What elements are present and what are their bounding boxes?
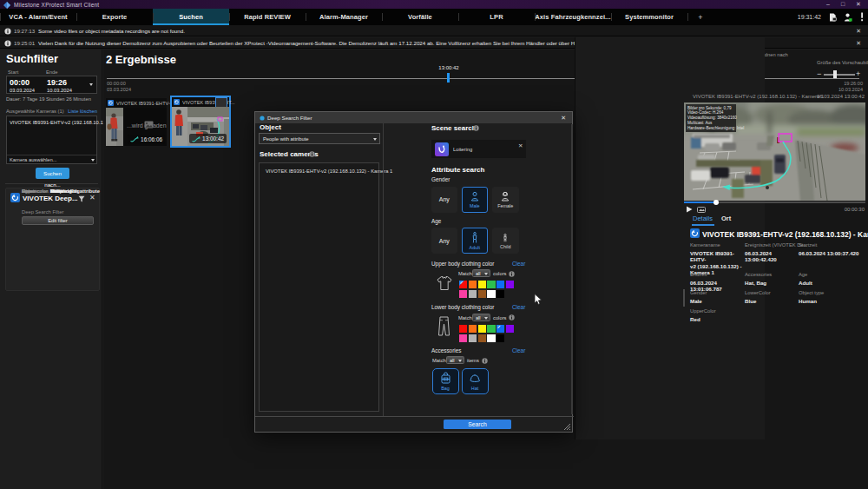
object-dropdown[interactable]: People with attribute bbox=[259, 133, 380, 144]
tab[interactable]: Systemmonitor bbox=[611, 9, 687, 25]
time-range-selector[interactable]: 00:00 19:26 03.03.2024 10.03.2024 bbox=[6, 76, 97, 94]
camera-select-dropdown[interactable]: Kamera auswählen... bbox=[7, 155, 96, 163]
color-swatch[interactable] bbox=[478, 290, 486, 298]
search-button[interactable]: Search bbox=[444, 420, 511, 429]
upper-clear-link[interactable]: Clear bbox=[512, 261, 525, 267]
timeline-marker[interactable] bbox=[447, 73, 450, 83]
object-value: People with attribute bbox=[263, 136, 309, 142]
tab[interactable]: LPR bbox=[458, 9, 535, 25]
color-swatch[interactable] bbox=[496, 325, 504, 333]
color-swatch[interactable] bbox=[496, 334, 504, 342]
playback-mode-icon[interactable] bbox=[697, 207, 706, 213]
color-swatch[interactable] bbox=[506, 325, 514, 333]
tab[interactable]: Alarm-Manager bbox=[306, 9, 382, 25]
details-scrollbar[interactable] bbox=[683, 289, 685, 307]
color-swatch[interactable] bbox=[478, 325, 486, 333]
modal-camera-list[interactable]: VIVOTEK IB9391-EHTV-v2 (192.168.10.132) … bbox=[259, 162, 379, 412]
dialog-close-icon[interactable]: ✕ bbox=[561, 115, 566, 122]
new-tab-button[interactable]: + bbox=[687, 9, 713, 25]
accessories-clear-link[interactable]: Clear bbox=[512, 347, 525, 354]
color-swatch[interactable] bbox=[487, 334, 495, 342]
color-swatch[interactable] bbox=[459, 334, 467, 342]
selected-cameras-list[interactable]: VIVOTEK IB9391-EHTV-v2 (192.168.10.132) … bbox=[6, 116, 97, 164]
child-icon bbox=[501, 233, 510, 242]
resize-grip-icon[interactable] bbox=[563, 423, 571, 431]
modal-camera-item[interactable]: VIVOTEK IB9391-EHTV-v2 (192.168.10.132) … bbox=[266, 169, 392, 174]
preview-timestamp: 06.03.2024 13:00:42 bbox=[778, 94, 865, 99]
user-status-icon[interactable] bbox=[844, 13, 852, 22]
age-adult-button[interactable]: Adult bbox=[462, 228, 489, 254]
color-swatch[interactable] bbox=[506, 281, 514, 288]
export-lock-icon[interactable] bbox=[829, 13, 837, 22]
modal-scrollbar[interactable] bbox=[571, 124, 573, 414]
tab[interactable]: Rapid REVIEW bbox=[229, 9, 306, 25]
color-swatch[interactable] bbox=[459, 290, 467, 298]
filter-menu-kebab-icon[interactable]: ⋮ bbox=[45, 56, 51, 58]
attribute-search-label: Attribute search bbox=[431, 166, 484, 174]
search-for-button[interactable]: Suchen nach... bbox=[36, 168, 69, 179]
tab[interactable]: Suchen bbox=[153, 9, 229, 25]
progress-fill bbox=[684, 202, 716, 203]
lower-color-label: Lower body clothing color bbox=[431, 304, 494, 310]
notification-close-icon[interactable]: ✕ bbox=[856, 40, 861, 47]
notification-close-icon[interactable]: ✕ bbox=[856, 28, 861, 35]
close-button[interactable]: ✕ bbox=[852, 0, 865, 9]
tab[interactable]: Exporte bbox=[76, 9, 153, 25]
tab[interactable]: Vorfälle bbox=[382, 9, 458, 25]
gender-male-button[interactable]: Male bbox=[462, 187, 489, 213]
lower-clear-link[interactable]: Clear bbox=[512, 304, 525, 310]
progress-handle[interactable] bbox=[713, 200, 719, 205]
gender-female-button[interactable]: Female bbox=[492, 187, 519, 213]
tab[interactable]: Axis Fahrzeugkennzei... bbox=[535, 9, 611, 25]
color-swatch[interactable] bbox=[469, 325, 477, 333]
scene-chip-remove-icon[interactable]: ✕ bbox=[518, 142, 523, 149]
playback-progress-bar[interactable] bbox=[684, 202, 865, 203]
color-swatch[interactable] bbox=[478, 281, 486, 288]
color-swatch[interactable] bbox=[478, 334, 486, 342]
accessories-match-dropdown[interactable]: all bbox=[446, 356, 464, 364]
filter-card-row: Rule Loitering bbox=[22, 188, 100, 197]
menu-kebab-icon[interactable] bbox=[860, 12, 864, 22]
detail-field: Accessories Hat, Bag bbox=[745, 272, 797, 286]
age-child-button[interactable]: Child bbox=[492, 228, 519, 254]
lower-match-dropdown[interactable]: all bbox=[472, 314, 490, 321]
size-plus-button[interactable]: + bbox=[856, 69, 860, 78]
tab-location[interactable]: Ort bbox=[721, 215, 731, 222]
tab-details[interactable]: Details bbox=[693, 215, 713, 222]
color-swatch[interactable] bbox=[487, 325, 495, 333]
color-swatch[interactable] bbox=[487, 281, 495, 288]
detail-field: Object type Human bbox=[799, 290, 866, 304]
thumbnail-image bbox=[106, 108, 123, 146]
color-swatch[interactable] bbox=[459, 325, 467, 333]
tab[interactable]: VCA - Alarm/Event bbox=[0, 9, 76, 25]
minimize-button[interactable]: – bbox=[821, 0, 835, 9]
dialog-titlebar[interactable]: Deep Search Filter ✕ bbox=[255, 112, 572, 123]
gender-any-button[interactable]: Any bbox=[431, 187, 458, 213]
upper-match-dropdown[interactable]: all bbox=[472, 269, 490, 277]
size-slider-track[interactable] bbox=[824, 74, 855, 76]
color-swatch[interactable] bbox=[496, 281, 504, 288]
clear-list-link[interactable]: Liste löschen bbox=[68, 109, 97, 114]
color-swatch[interactable] bbox=[459, 281, 467, 288]
color-swatch[interactable] bbox=[496, 290, 504, 298]
color-swatch[interactable] bbox=[469, 290, 477, 298]
size-minus-button[interactable]: − bbox=[817, 69, 821, 78]
color-swatch[interactable] bbox=[487, 290, 495, 298]
result-thumbnail-selected[interactable]: VIVOTEK IB9391-EHT... bbox=[170, 96, 231, 148]
play-button-icon[interactable] bbox=[686, 206, 693, 213]
dialog-title: Deep Search Filter bbox=[267, 115, 312, 121]
edit-filter-button[interactable]: Edit filter bbox=[22, 216, 94, 225]
lower-color-grid bbox=[459, 325, 516, 343]
camera-select-caret-icon bbox=[91, 159, 95, 162]
age-any-button[interactable]: Any bbox=[431, 228, 458, 254]
info-icon bbox=[309, 151, 315, 157]
accessory-hat-button[interactable]: Hat bbox=[462, 368, 489, 394]
start-date: 03.03.2024 bbox=[10, 88, 35, 93]
video-preview[interactable]: Bilder pro Sekunde: 0,79 Video-Codec: H.… bbox=[684, 102, 865, 201]
color-swatch[interactable] bbox=[469, 281, 477, 288]
maximize-button[interactable]: □ bbox=[836, 0, 850, 9]
detail-field: LowerColor Blue bbox=[745, 290, 797, 304]
result-thumbnail[interactable]: VIVOTEK IB9391-EHTV-v2... ...wird gelade… bbox=[106, 98, 167, 146]
accessory-bag-button[interactable]: Bag bbox=[432, 368, 459, 394]
color-swatch[interactable] bbox=[469, 334, 477, 342]
